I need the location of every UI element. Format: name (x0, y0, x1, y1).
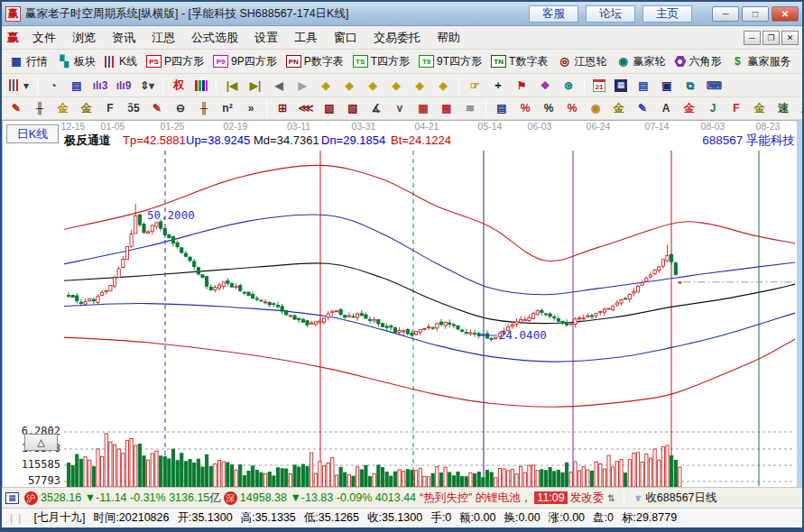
homepage-button[interactable]: 主页 (642, 5, 692, 23)
last-page-icon[interactable]: ▶| (245, 77, 266, 94)
restore-rights-icon[interactable]: 权 (168, 77, 189, 94)
next-icon[interactable]: ▶ (291, 77, 313, 94)
circle-comb-icon[interactable]: ⊖ (170, 100, 191, 117)
kline-chart-canvas[interactable]: 12-1501-0501-2502-1903-1103-3104-2105-14… (3, 121, 800, 487)
customer-service-button[interactable]: 客服 (529, 5, 578, 23)
quotes-button[interactable]: ▦行情 (5, 52, 51, 71)
f-angle-icon[interactable]: F (725, 100, 747, 117)
gann-diamond-all-icon[interactable]: ◈ (432, 77, 454, 94)
menu-item-0[interactable]: 文件 (24, 28, 64, 47)
knot-icon[interactable]: ⊛ (558, 77, 579, 94)
news-ticker-text[interactable]: “热到失控” 的锂电池， (420, 491, 531, 506)
gann-diamond-plus-icon[interactable]: ◈ (409, 77, 430, 94)
comb-icon[interactable]: ╫ (29, 100, 51, 117)
t-square-button[interactable]: TST四方形 (349, 52, 413, 71)
gold-circle-icon[interactable]: ◉ (585, 100, 606, 117)
gold-comb-icon[interactable]: 金 (52, 100, 74, 117)
p-square-button[interactable]: PSP四方形 (143, 52, 208, 71)
menu-item-2[interactable]: 资讯 (104, 28, 143, 47)
calendar-grid-icon[interactable]: ▦ (5, 492, 19, 504)
menu-item-9[interactable]: 帮助 (429, 28, 468, 47)
prev-icon[interactable]: ◀ (268, 77, 290, 94)
news-scroll-spinner[interactable]: ⇅ (607, 493, 615, 503)
kline-button[interactable]: K线 (101, 52, 141, 71)
percent-slash-icon[interactable]: % (514, 100, 536, 117)
j-angle-icon[interactable]: J (702, 100, 724, 117)
v-line-icon[interactable]: ∨ (389, 100, 411, 117)
speed-angle-icon[interactable]: 速 (772, 100, 794, 117)
trade-pc-icon[interactable]: ⌨ (703, 77, 725, 94)
restore-button[interactable]: □ (742, 6, 769, 22)
close-button[interactable]: ✕ (772, 6, 799, 22)
pen-blue-icon[interactable]: ✎ (632, 100, 653, 117)
percent-line-icon[interactable]: % (561, 100, 583, 117)
frame-tool-icon[interactable]: ⊞ (272, 100, 293, 117)
tab-daily-kline[interactable]: 日K线 (6, 124, 59, 143)
slant-lines-icon[interactable]: ≋ (459, 100, 481, 117)
p-table-button[interactable]: PNP数字表 (282, 52, 347, 71)
menu-item-7[interactable]: 窗口 (326, 28, 365, 47)
bars3-icon[interactable]: ılı3 (89, 77, 111, 94)
export-icon[interactable]: ⧉ (679, 77, 701, 94)
box-fan2-icon[interactable]: ▧ (342, 100, 364, 117)
menu-item-5[interactable]: 设置 (246, 28, 286, 47)
minimize-button[interactable]: ─ (712, 6, 739, 22)
t-table-button[interactable]: TNT数字表 (487, 52, 551, 71)
angle-line-icon[interactable]: ∡ (365, 100, 387, 117)
gold-red-icon[interactable]: 金 (679, 100, 700, 117)
more-chevron[interactable]: » (240, 100, 262, 117)
gann-diamond-both-icon[interactable]: ◈ (362, 77, 384, 94)
calendar-21-icon[interactable]: 21 (589, 78, 609, 94)
a-curve-icon[interactable]: A (655, 100, 677, 117)
gann-diamond-left-icon[interactable]: ◈ (315, 77, 337, 94)
grid-flower-icon[interactable]: ❖ (534, 77, 556, 94)
bars9-icon[interactable]: ılı9 (113, 77, 134, 94)
step-chart-icon[interactable]: ▤ (491, 100, 513, 117)
pen2-icon[interactable]: ✎ (146, 100, 168, 117)
menu-item-8[interactable]: 交易委托 (365, 28, 429, 47)
flag-marker-icon[interactable]: ⚑ (511, 77, 532, 94)
menu-item-6[interactable]: 工具 (286, 28, 326, 47)
winner-service-button[interactable]: $赢家服务 (726, 52, 794, 71)
mdi-close-button[interactable]: ✕ (781, 31, 799, 45)
volume-collapse-button[interactable]: △ (24, 434, 58, 451)
candle-style-dropdown[interactable]: ⇕▾ (136, 77, 158, 94)
forum-button[interactable]: 论坛 (586, 5, 635, 23)
plain-comb-icon[interactable]: ╫ (193, 100, 215, 117)
sectors-button[interactable]: ▚板块 (53, 52, 99, 71)
win-red-icon[interactable]: 赢 (796, 100, 802, 117)
drag-hand-icon[interactable]: ☞ (464, 77, 485, 94)
color-histogram-icon[interactable] (191, 78, 211, 93)
five-comb-icon[interactable]: ɔ̃5 (123, 100, 144, 117)
red-grid-icon[interactable]: ▦ (412, 100, 434, 117)
news-ticker-text2[interactable]: 发改委 (570, 491, 605, 506)
mdi-restore-button[interactable]: ❐ (762, 31, 780, 45)
menu-item-4[interactable]: 公式选股 (183, 28, 246, 47)
hexagon-button[interactable]: 六角形 (670, 52, 725, 71)
gold-angle-icon[interactable]: 金 (749, 100, 771, 117)
calculator-icon[interactable]: ▦ (611, 78, 631, 94)
first-page-icon[interactable]: |◀ (221, 77, 243, 94)
save-icon[interactable]: ▣ (656, 77, 678, 94)
percent-icon[interactable]: % (538, 100, 559, 117)
gann-wheel-button[interactable]: ◎江恩轮 (553, 52, 610, 71)
crosshair-icon[interactable]: ＋ (487, 77, 509, 94)
pen-red-icon[interactable]: ✎ (5, 100, 27, 117)
menu-item-3[interactable]: 江恩 (143, 28, 183, 47)
gold-line-icon[interactable]: 金 (608, 100, 630, 117)
f-comb-icon[interactable]: F (99, 100, 121, 117)
9p-square-button[interactable]: P99P四方形 (209, 52, 281, 71)
report-icon[interactable]: ▤ (66, 77, 88, 94)
notepad-icon[interactable]: ▤ (633, 77, 654, 94)
9t-square-button[interactable]: T99T四方形 (415, 52, 485, 71)
winner-wheel-button[interactable]: ◉赢家轮 (612, 52, 669, 71)
n2-comb-icon[interactable]: n² (217, 100, 238, 117)
period-day-dropdown[interactable]: ▾ (5, 78, 32, 94)
menu-item-1[interactable]: 浏览 (64, 28, 104, 47)
fan-lines-icon[interactable]: ⋘ (295, 100, 317, 117)
mdi-minimize-button[interactable]: ─ (744, 31, 761, 45)
gold-comb2-icon[interactable]: 金 (76, 100, 97, 117)
box-fan-icon[interactable]: ▨ (319, 100, 340, 117)
red-grid2-icon[interactable]: ▩ (436, 100, 457, 117)
gann-diamond-right-icon[interactable]: ◈ (338, 77, 360, 94)
